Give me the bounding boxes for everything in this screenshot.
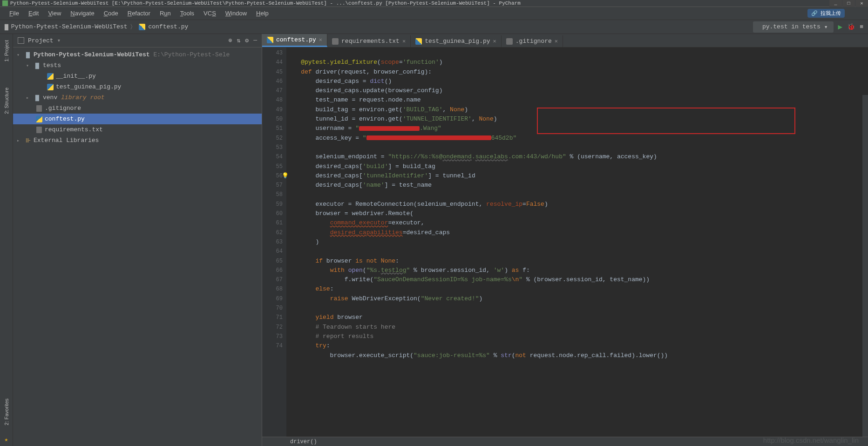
editor-tabs: conftest.py ✕ requirements.txt ✕ test_gu…	[262, 34, 868, 47]
menu-edit[interactable]: Edit	[24, 10, 43, 17]
menubar: File Edit View Navigate Code Refactor Ru…	[0, 7, 868, 20]
run-button[interactable]: ▶	[838, 22, 843, 32]
code-with-me-badge[interactable]: 🔗 拉我上传	[807, 9, 845, 18]
chevron-right-icon[interactable]: ▸	[26, 95, 32, 101]
tab-conftest[interactable]: conftest.py ✕	[262, 34, 327, 47]
file-icon	[36, 105, 42, 112]
folder-icon: ▇	[24, 51, 32, 59]
folder-icon: ▇	[34, 94, 41, 101]
tab-guinea[interactable]: test_guinea_pig.py ✕	[411, 35, 502, 47]
tree-init-file[interactable]: __init__.py	[13, 71, 262, 81]
project-panel-header: Project ▾ ⊕ ⇅ ⚙ —	[13, 34, 262, 47]
code-with-me-label: 拉我上传	[821, 10, 841, 17]
folder-icon: ▇	[34, 62, 41, 69]
left-tool-gutter: 1: Project 2: Structure 2: Favorites ★	[0, 34, 13, 446]
tab-requirements-label: requirements.txt	[341, 38, 400, 45]
chevron-down-icon[interactable]: ▾	[17, 52, 22, 58]
redacted-username	[359, 126, 420, 131]
python-icon	[415, 38, 422, 45]
code-content[interactable]: @pytest.yield_fixture(scope='function') …	[286, 47, 868, 437]
tab-guinea-label: test_guinea_pig.py	[425, 38, 490, 45]
tree-venv-note: library root	[61, 94, 105, 101]
tab-gitignore-label: .gitignore	[515, 38, 552, 45]
run-config-select[interactable]: py.test in tests ▾	[753, 21, 834, 33]
breadcrumb-function[interactable]: driver()	[290, 439, 317, 445]
tree-root[interactable]: ▾ ▇ Python-Pytest-Selenium-WebUiTest E:\…	[13, 49, 262, 60]
tree-root-path: E:\Python-Pytest-Sele	[153, 51, 230, 58]
chevron-right-icon[interactable]: ▸	[17, 138, 22, 143]
tree-reqs-label: requirements.txt	[45, 126, 103, 133]
chevron-right-icon: 〉	[130, 23, 136, 31]
editor-area: conftest.py ✕ requirements.txt ✕ test_gu…	[262, 34, 868, 446]
menu-navigate[interactable]: Navigate	[66, 10, 99, 17]
python-icon	[267, 37, 273, 43]
chevron-down-icon: ▾	[824, 23, 828, 31]
titlebar: Python-Pytest-Selenium-WebUiTest [E:\Pyt…	[0, 0, 868, 7]
minimize-button[interactable]: _	[829, 0, 842, 7]
tree-guinea-file[interactable]: test_guinea_pig.py	[13, 81, 262, 92]
menu-help[interactable]: Help	[251, 10, 273, 17]
tree-requirements-file[interactable]: requirements.txt	[13, 124, 262, 135]
run-config-label: py.test in tests	[762, 23, 821, 30]
menu-run[interactable]: Run	[155, 10, 176, 17]
tree-extlib-label: External Libraries	[34, 137, 99, 144]
close-button[interactable]: ✕	[855, 0, 868, 7]
close-icon[interactable]: ✕	[555, 38, 558, 45]
maximize-button[interactable]: □	[842, 0, 855, 7]
breadcrumb-root[interactable]: Python-Pytest-Selenium-WebUiTest	[11, 23, 128, 30]
debug-button[interactable]: 🐞	[847, 23, 855, 31]
tab-requirements[interactable]: requirements.txt ✕	[327, 35, 411, 47]
python-icon	[47, 84, 54, 90]
main-area: 1: Project 2: Structure 2: Favorites ★ P…	[0, 34, 868, 446]
project-view-icon[interactable]	[18, 37, 24, 44]
intention-bulb-icon[interactable]: 💡	[282, 171, 289, 181]
menu-tools[interactable]: Tools	[176, 10, 199, 17]
breadcrumb-bar: ▇ Python-Pytest-Selenium-WebUiTest 〉 con…	[0, 20, 868, 34]
tree-gitignore-file[interactable]: .gitignore	[13, 103, 262, 114]
tree-root-label: Python-Pytest-Selenium-WebUiTest	[34, 51, 150, 58]
python-icon	[139, 24, 145, 30]
chevron-down-icon[interactable]: ▾	[57, 37, 61, 44]
file-icon	[332, 38, 339, 45]
breadcrumb-file[interactable]: conftest.py	[148, 23, 188, 30]
project-tools: ⊕ ⇅ ⚙ —	[229, 37, 257, 44]
link-icon: 🔗	[811, 10, 818, 16]
redacted-key	[366, 135, 491, 140]
close-icon[interactable]: ✕	[319, 36, 322, 43]
file-icon	[506, 38, 513, 45]
tab-gitignore[interactable]: .gitignore ✕	[502, 35, 563, 47]
expand-all-icon[interactable]: ⇅	[237, 37, 241, 44]
tree-conftest-label: conftest.py	[45, 115, 85, 122]
project-tree: ▾ ▇ Python-Pytest-Selenium-WebUiTest E:\…	[13, 47, 262, 148]
star-icon: ★	[5, 436, 8, 446]
menu-refactor[interactable]: Refactor	[123, 10, 155, 17]
tree-external-libraries[interactable]: ▸ ⊪ External Libraries	[13, 135, 262, 146]
gutter-project-tab[interactable]: 1: Project	[4, 36, 9, 65]
menu-view[interactable]: View	[43, 10, 66, 17]
tree-guinea-label: test_guinea_pig.py	[56, 83, 121, 90]
library-icon: ⊪	[24, 137, 32, 144]
tree-conftest-file[interactable]: conftest.py	[13, 114, 262, 124]
tree-venv-folder[interactable]: ▸ ▇ venv library root	[13, 92, 262, 103]
tree-tests-label: tests	[43, 62, 61, 69]
gutter-favorites-tab[interactable]: 2: Favorites	[4, 395, 9, 429]
tree-tests-folder[interactable]: ▾ ▇ tests	[13, 60, 262, 71]
run-toolbar: py.test in tests ▾ ▶ 🐞 ■	[753, 21, 863, 33]
menu-code[interactable]: Code	[99, 10, 123, 17]
gear-icon[interactable]: ⚙	[245, 37, 249, 44]
more-actions-icon[interactable]: ■	[860, 23, 863, 30]
tree-gitignore-label: .gitignore	[45, 105, 81, 112]
project-panel: Project ▾ ⊕ ⇅ ⚙ — ▾ ▇ Python-Pytest-Sele…	[13, 34, 262, 446]
close-icon[interactable]: ✕	[493, 38, 496, 45]
close-icon[interactable]: ✕	[402, 38, 406, 45]
menu-vcs[interactable]: VCS	[199, 10, 221, 17]
gutter-structure-tab[interactable]: 2: Structure	[4, 84, 9, 118]
file-icon	[36, 127, 42, 133]
hide-panel-icon[interactable]: —	[253, 37, 257, 44]
scroll-from-source-icon[interactable]: ⊕	[229, 37, 232, 44]
chevron-down-icon[interactable]: ▾	[26, 63, 32, 68]
menu-file[interactable]: File	[5, 10, 24, 17]
code-area[interactable]: 4344454647484950515253545556💡57585960616…	[262, 47, 868, 437]
menu-window[interactable]: Window	[221, 10, 251, 17]
editor-scrollbar[interactable]	[862, 95, 868, 437]
